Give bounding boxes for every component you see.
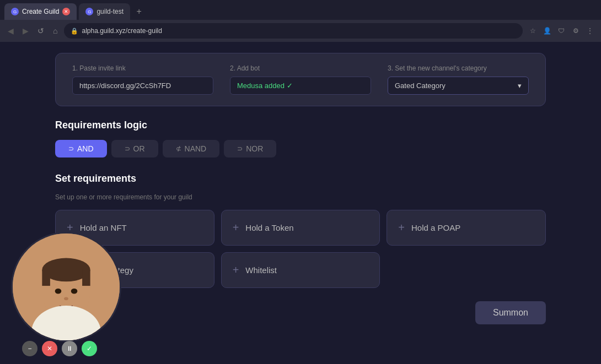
discord-setup-card: 1. Paste invite link https://discord.gg/… [55,53,546,106]
req-card-token[interactable]: + Hold a Token [221,210,380,246]
bookmark-icon[interactable]: ☆ [527,25,538,36]
controls-bar: − ✕ ⏸ ✓ [22,341,97,356]
req-card-whitelist[interactable]: + Whitelist [221,252,380,288]
reload-button[interactable]: ↺ [35,25,46,36]
menu-icon[interactable]: ⋮ [584,25,595,36]
extensions-icon[interactable]: ⚙ [570,25,581,36]
nav-bar: ◀ ▶ ↺ ⌂ 🔒 alpha.guild.xyz/create-guild ☆… [0,20,601,42]
nor-icon: ⊃ [237,145,243,153]
and-label: AND [77,144,94,153]
back-button[interactable]: ◀ [6,25,16,36]
setup-step-3: 3. Set the new channel's category Gated … [388,64,529,95]
setup-step-2: 2. Add bot Medusa added ✓ [230,64,371,95]
person-silhouette [13,233,120,340]
chevron-down-icon: ▾ [518,82,522,90]
plus-icon-token: + [233,221,239,234]
category-select[interactable]: Gated Category ▾ [388,77,529,95]
summon-row: Summon [55,301,546,324]
requirements-logic-title: Requirements logic [55,119,546,131]
logic-nand-button[interactable]: ⊄ NAND [163,140,220,157]
nand-icon: ⊄ [176,145,181,153]
webcam-video [13,233,120,340]
lock-icon: 🔒 [71,28,78,35]
category-value: Gated Category [395,82,446,90]
or-icon: ⊃ [125,145,130,153]
svg-rect-5 [42,270,50,286]
close-icon: ✕ [47,345,52,352]
set-requirements-section: Set requirements Set up one or more requ… [55,173,546,324]
svg-point-8 [71,289,78,294]
nor-label: NOR [246,144,263,153]
webcam-overlay [11,232,121,342]
svg-rect-6 [82,270,90,286]
bot-status-text: Medusa added ✓ [237,82,293,90]
bot-status: Medusa added ✓ [230,77,371,95]
tab-favicon-guild-test: G [85,8,93,15]
plus-icon-poap: + [398,221,405,234]
summon-button[interactable]: Summon [475,301,546,324]
or-label: OR [133,144,145,153]
check-button[interactable]: ✓ [82,341,97,356]
browser-chrome: G Create Guild ✕ G guild-test + ◀ ▶ ↺ ⌂ … [0,0,601,42]
tab-close-create-guild[interactable]: ✕ [62,8,70,15]
invite-link-value: https://discord.gg/2CcSh7FD [79,82,171,90]
tab-favicon-create-guild: G [11,8,19,15]
close-button[interactable]: ✕ [42,341,57,356]
plus-icon-whitelist: + [233,264,239,276]
req-label-nft: Hold an NFT [80,223,127,232]
address-text: alpha.guild.xyz/create-guild [82,27,162,35]
home-button[interactable]: ⌂ [51,25,60,36]
invite-link-input[interactable]: https://discord.gg/2CcSh7FD [72,77,213,95]
step1-label: 1. Paste invite link [72,64,213,72]
tab-bar: G Create Guild ✕ G guild-test + [0,0,601,20]
minus-icon: − [28,345,31,352]
tab-label-guild-test: guild-test [96,8,124,15]
logic-nor-button[interactable]: ⊃ NOR [224,140,276,157]
req-label-token: Hold a Token [245,223,293,232]
forward-button[interactable]: ▶ [20,25,31,36]
svg-point-7 [55,289,62,294]
new-tab-button[interactable]: + [132,5,146,18]
address-bar[interactable]: 🔒 alpha.guild.xyz/create-guild [64,23,523,39]
profile-icon[interactable]: 👤 [541,25,552,36]
requirements-logic-section: Requirements logic ⊃ AND ⊃ OR ⊄ NAND ⊃ N… [55,119,546,157]
req-label-whitelist: Whitelist [245,265,277,275]
set-requirements-title: Set requirements [55,173,546,184]
step3-label: 3. Set the new channel's category [388,64,529,72]
set-requirements-subtitle: Set up one or more requirements for your… [55,193,546,201]
requirements-grid-top: + Hold an NFT + Hold a Token + Hold a PO… [55,210,546,246]
svg-point-9 [64,297,68,300]
logic-buttons-group: ⊃ AND ⊃ OR ⊄ NAND ⊃ NOR [55,140,546,157]
step2-label: 2. Add bot [230,64,371,72]
minus-button[interactable]: − [22,341,37,356]
req-card-poap[interactable]: + Hold a POAP [387,210,546,246]
req-card-empty [387,252,546,288]
nand-label: NAND [185,144,207,153]
requirements-grid-bottom: Snapshot strategy + Whitelist [55,252,546,288]
req-label-poap: Hold a POAP [411,223,460,232]
logic-or-button[interactable]: ⊃ OR [111,140,158,157]
tab-create-guild[interactable]: G Create Guild ✕ [4,3,77,20]
tab-label-create-guild: Create Guild [22,8,59,15]
pause-button[interactable]: ⏸ [62,341,77,356]
check-icon: ✓ [87,345,92,352]
and-icon: ⊃ [68,145,74,153]
shield-icon[interactable]: 🛡 [556,25,567,36]
setup-step-1: 1. Paste invite link https://discord.gg/… [72,64,213,95]
setup-steps: 1. Paste invite link https://discord.gg/… [72,64,529,95]
logic-and-button[interactable]: ⊃ AND [55,140,107,157]
toolbar-icons: ☆ 👤 🛡 ⚙ ⋮ [527,25,595,36]
pause-icon: ⏸ [66,345,73,352]
tab-guild-test[interactable]: G guild-test [79,3,130,20]
